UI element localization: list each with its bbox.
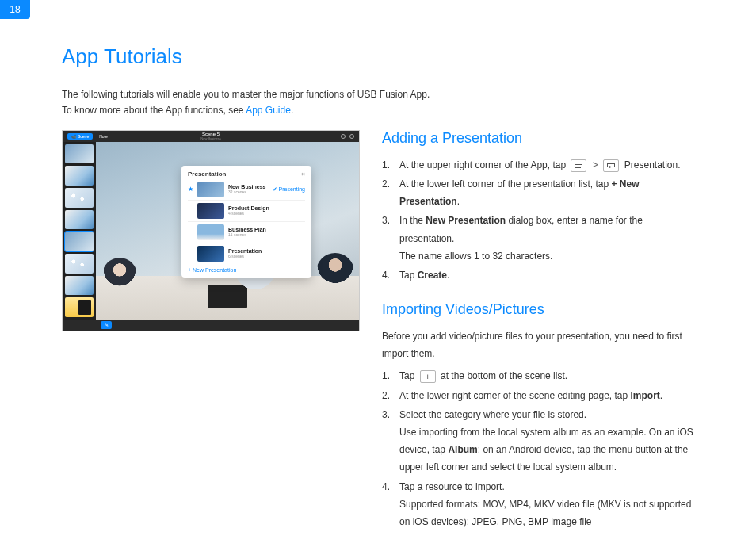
row-name: Product Design — [228, 205, 305, 211]
row-name: Presentation — [228, 248, 305, 254]
popup-title: Presentation — [188, 170, 226, 178]
step: At the lower left corner of the presenta… — [382, 175, 699, 210]
row-name: New Business — [228, 184, 269, 190]
row-thumb — [197, 224, 224, 240]
scene-sidebar — [63, 142, 96, 320]
sidebar-thumb — [65, 144, 94, 164]
popup-row: ★Product Design4 scenes — [188, 201, 305, 222]
menu-icon — [349, 134, 354, 139]
page-number-tab: 18 — [0, 0, 30, 19]
menu-list-icon — [571, 159, 586, 172]
presentation-icon — [603, 159, 619, 172]
presentation-popup: Presentation × ★New Business32 scenes✔ P… — [181, 166, 311, 278]
close-icon: × — [301, 170, 305, 178]
intro-line2-suffix: . — [291, 105, 293, 116]
sidebar-thumb — [65, 276, 94, 296]
row-sub: 16 scenes — [228, 232, 305, 237]
plus-icon: + — [420, 370, 436, 383]
importing-steps: Tap + at the bottom of the scene list. A… — [382, 367, 699, 530]
annotate-icon: ✎ — [101, 321, 112, 329]
adding-steps: At the upper right corner of the App, ta… — [382, 156, 699, 284]
page-title: App Tutorials — [62, 44, 699, 69]
star-icon: ★ — [188, 186, 193, 193]
app-guide-link[interactable]: App Guide — [246, 105, 291, 116]
row-thumb — [197, 203, 224, 219]
intro-paragraph: The following tutorials will enable you … — [62, 86, 699, 119]
popup-row: ★Business Plan16 scenes — [188, 222, 305, 243]
popup-row: ★Presentation6 scenes — [188, 243, 305, 264]
popup-row: ★New Business32 scenes✔ Presenting — [188, 179, 305, 201]
sidebar-thumb — [65, 254, 94, 274]
sidebar-thumb — [65, 166, 94, 186]
intro-line1: The following tutorials will enable you … — [62, 89, 430, 100]
step: At the upper right corner of the App, ta… — [382, 156, 699, 174]
app-screenshot: 📹 Scene Note Scene 5 New Business — [62, 130, 360, 331]
sidebar-thumb — [65, 297, 94, 317]
row-thumb — [197, 246, 224, 262]
scene-subtitle: New Business — [200, 137, 220, 140]
check-icon: ✔ Presenting — [273, 186, 305, 193]
sidebar-thumb-selected — [65, 232, 94, 251]
step: At the lower right corner of the scene e… — [382, 387, 699, 404]
row-sub: 4 scenes — [228, 211, 305, 216]
section-heading-adding: Adding a Presentation — [382, 130, 699, 147]
sidebar-thumb — [65, 210, 94, 230]
section-heading-importing: Importing Videos/Pictures — [382, 301, 699, 318]
note-badge: Note — [96, 133, 111, 140]
step: Tap a resource to import. Supported form… — [382, 478, 699, 531]
step: Select the category where your file is s… — [382, 406, 699, 477]
intro-line2-prefix: To know more about the App functions, se… — [62, 105, 246, 116]
importing-intro: Before you add video/picture files to yo… — [382, 327, 699, 362]
app-topbar: 📹 Scene Note Scene 5 New Business — [63, 131, 359, 142]
step: Tap Create. — [382, 266, 699, 284]
step: Tap + at the bottom of the scene list. — [382, 367, 699, 385]
document-content: App Tutorials The following tutorials wi… — [0, 0, 756, 536]
scene-preview: Presentation × ★New Business32 scenes✔ P… — [96, 142, 359, 320]
app-bottombar: ✎ — [63, 320, 359, 331]
gear-icon — [341, 134, 346, 139]
row-sub: 6 scenes — [228, 254, 305, 258]
sidebar-thumb — [65, 188, 94, 208]
row-sub: 32 scenes — [228, 190, 269, 194]
new-presentation-link: + New Presentation — [188, 264, 305, 273]
step: In the New Presentation dialog box, ente… — [382, 212, 699, 265]
scene-badge: 📹 Scene — [67, 133, 93, 140]
row-name: Business Plan — [228, 227, 305, 232]
row-thumb — [197, 182, 224, 197]
